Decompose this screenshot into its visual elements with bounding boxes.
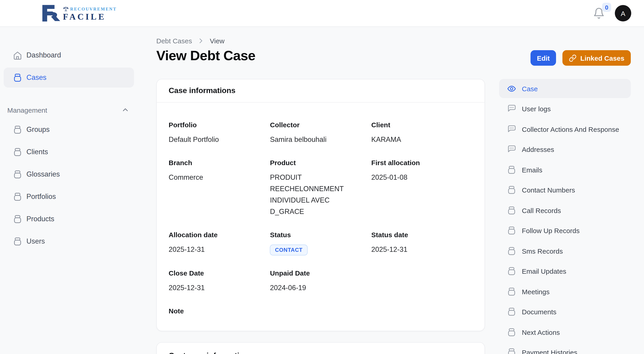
brand-logo[interactable]: RECOUVREMENT FACILE xyxy=(41,4,117,22)
notification-count-badge: 0 xyxy=(602,3,611,12)
archive-icon xyxy=(507,307,516,316)
archive-icon xyxy=(507,287,516,296)
case-field: Collector Samira belbouhali xyxy=(270,121,372,145)
case-nav-item[interactable]: Emails xyxy=(499,160,631,179)
case-nav-item-label: Next Actions xyxy=(522,328,560,336)
sidebar-section-label: Management xyxy=(7,106,47,114)
status-badge: CONTACT xyxy=(270,244,308,255)
case-nav-item[interactable]: Documents xyxy=(499,302,631,321)
scales-icon xyxy=(63,6,69,12)
archive-icon xyxy=(13,214,22,224)
case-field-label: Portfolio xyxy=(169,121,262,129)
archive-icon xyxy=(507,205,516,215)
sidebar-item[interactable]: Cases xyxy=(4,68,134,88)
sidebar-item[interactable]: Clients xyxy=(4,142,134,162)
archive-icon xyxy=(507,165,516,174)
archive-icon xyxy=(507,226,516,235)
case-nav-item[interactable]: Addresses xyxy=(499,140,631,159)
archive-icon xyxy=(507,347,516,354)
sidebar-section-management[interactable]: Management xyxy=(4,106,134,114)
user-avatar[interactable]: A xyxy=(615,5,631,22)
case-field: Portfolio Default Portfolio xyxy=(169,121,270,145)
case-field: Branch Commerce xyxy=(169,159,270,217)
case-field-value: Default Portfolio xyxy=(169,134,262,145)
case-nav-item-label: Documents xyxy=(522,308,556,316)
breadcrumb: Debt Cases View xyxy=(156,37,631,45)
linked-cases-label: Linked Cases xyxy=(580,54,624,62)
sidebar-item-label: Groups xyxy=(26,125,50,134)
case-field-label: First allocation xyxy=(371,159,464,167)
case-nav-item-label: Follow Up Records xyxy=(522,227,580,234)
case-nav-item[interactable]: Call Records xyxy=(499,201,631,220)
eye-icon xyxy=(507,84,516,93)
case-nav-item[interactable]: Collector Actions And Response xyxy=(499,120,631,139)
case-nav-item-label: Collector Actions And Response xyxy=(522,125,619,133)
case-nav-item[interactable]: Follow Up Records xyxy=(499,221,631,240)
brand-name-top: RECOUVREMENT xyxy=(70,7,117,12)
sidebar-item-label: Users xyxy=(26,237,45,245)
case-field-value: KARAMA xyxy=(371,134,464,145)
case-nav-item-label: Call Records xyxy=(522,206,561,214)
case-field: Allocation date 2025-12-31 xyxy=(169,231,270,255)
case-field-label: Collector xyxy=(270,121,363,129)
case-field-label: Product xyxy=(270,159,363,167)
archive-icon xyxy=(13,236,22,246)
case-nav-item-label: User logs xyxy=(522,105,551,113)
edit-button[interactable]: Edit xyxy=(530,50,556,66)
case-field-label: Status date xyxy=(371,231,464,239)
archive-icon xyxy=(13,73,22,82)
case-informations-title: Case informations xyxy=(169,86,473,95)
case-nav-item[interactable]: Sms Records xyxy=(499,241,631,260)
edit-button-label: Edit xyxy=(537,54,550,62)
case-field-value: CONTACT xyxy=(270,244,363,255)
archive-icon xyxy=(13,125,22,134)
case-nav-item[interactable]: Case xyxy=(499,79,631,98)
notifications-button[interactable]: 0 xyxy=(593,7,605,19)
case-field-value: Samira belbouhali xyxy=(270,134,363,145)
sidebar-item[interactable]: Glossaries xyxy=(4,164,134,184)
sidebar-item[interactable]: Groups xyxy=(4,120,134,140)
case-field-value: 2025-01-08 xyxy=(371,172,464,183)
case-field-value: 2024-06-19 xyxy=(270,282,363,293)
case-nav-item-label: Emails xyxy=(522,166,542,174)
case-field-label: Close Date xyxy=(169,269,262,277)
case-informations-card: Case informations Portfolio Default Port… xyxy=(156,79,485,331)
page-title: View Debt Case xyxy=(156,48,256,63)
case-field-value: 2025-12-31 xyxy=(169,282,262,293)
breadcrumb-debt-cases[interactable]: Debt Cases xyxy=(156,37,192,45)
linked-cases-button[interactable]: Linked Cases xyxy=(563,50,631,66)
case-field: Status date 2025-12-31 xyxy=(371,231,473,255)
main-content: Debt Cases View View Debt Case Edit xyxy=(141,27,644,354)
brand-name-bottom: FACILE xyxy=(63,12,117,21)
breadcrumb-view: View xyxy=(210,37,225,45)
case-nav-item[interactable]: Next Actions xyxy=(499,322,631,342)
case-field-label: Branch xyxy=(169,159,262,167)
case-field-value: Commerce xyxy=(169,172,262,183)
sidebar-item-label: Portfolios xyxy=(26,192,56,201)
case-field: First allocation 2025-01-08 xyxy=(371,159,473,217)
case-nav-item[interactable]: Contact Numbers xyxy=(499,180,631,200)
sidebar-item[interactable]: Dashboard xyxy=(4,45,134,65)
case-section-nav: Case User logs Collector Actions And Res… xyxy=(499,79,631,354)
case-nav-item[interactable]: Email Updates xyxy=(499,262,631,281)
archive-icon xyxy=(507,185,516,195)
sidebar-item[interactable]: Users xyxy=(4,231,134,251)
case-field-value: PRODUIT REECHELONNEMENT INDIVIDUEL AVEC … xyxy=(270,172,363,217)
case-field: Note xyxy=(169,307,270,320)
sidebar-item[interactable]: Portfolios xyxy=(4,187,134,207)
case-nav-item[interactable]: User logs xyxy=(499,99,631,118)
chevron-right-icon xyxy=(198,38,204,44)
case-nav-item[interactable]: Meetings xyxy=(499,282,631,301)
left-sidebar: Dashboard Cases Management Groups Client… xyxy=(0,27,141,354)
case-field-label: Allocation date xyxy=(169,231,262,239)
case-field-label: Note xyxy=(169,307,262,315)
archive-icon xyxy=(13,169,22,179)
case-field: Status CONTACT xyxy=(270,231,372,255)
link-icon xyxy=(569,54,577,62)
home-icon xyxy=(13,50,22,60)
archive-icon xyxy=(507,266,516,276)
case-nav-item[interactable]: Payment Histories xyxy=(499,343,631,354)
case-nav-item-label: Meetings xyxy=(522,288,550,295)
sidebar-item-label: Glossaries xyxy=(26,170,60,178)
sidebar-item[interactable]: Products xyxy=(4,209,134,229)
